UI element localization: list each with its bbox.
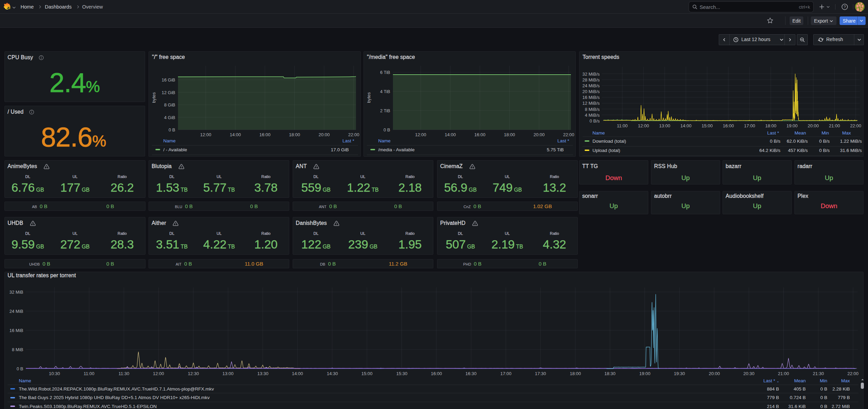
svg-text:?: ? (844, 5, 846, 9)
